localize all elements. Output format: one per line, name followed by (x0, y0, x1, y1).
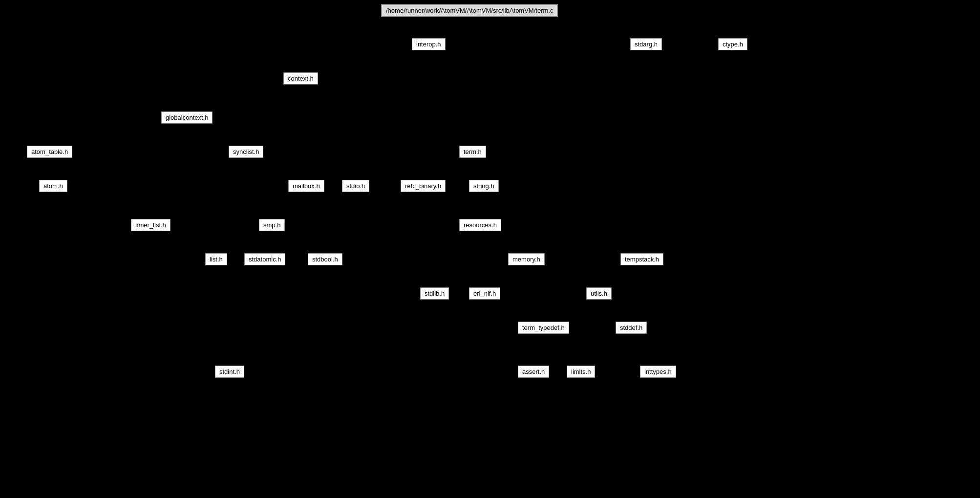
node-term_typedef_h: term_typedef.h (518, 322, 569, 334)
node-term_h: term.h (459, 146, 486, 158)
node-atom_h: atom.h (39, 180, 67, 192)
edge-term_h-stdbool_h (342, 152, 459, 260)
edge-stddef_h-inttypes_h (631, 334, 658, 366)
edge-term_c-stdarg_h (558, 11, 630, 44)
node-erl_nif_h: erl_nif.h (469, 287, 500, 300)
edge-term_typedef_h-assert_h (533, 334, 544, 366)
edge-erl_nif_h-term_typedef_h (500, 294, 518, 328)
edge-memory_h-utils_h (545, 260, 586, 294)
node-stdio_h: stdio.h (342, 180, 369, 192)
node-term_c: /home/runner/work/AtomVM/AtomVM/src/libA… (381, 4, 558, 17)
edge-term_h-tempstack_h (486, 152, 620, 260)
node-stdlib_h: stdlib.h (420, 287, 449, 300)
edge-erl_nif_h-stdint_h (244, 294, 469, 372)
node-interop_h: interop.h (412, 38, 446, 50)
edge-term_c-term_h (469, 17, 473, 146)
edge-context_h-term_h (318, 79, 459, 152)
edges-svg (0, 0, 980, 498)
edge-context_h-timer_list_h (170, 79, 283, 225)
node-utils_h: utils.h (586, 287, 612, 300)
edge-memory_h-term_typedef_h (527, 265, 544, 322)
node-stdarg_h: stdarg.h (630, 38, 662, 50)
edge-refc_binary_h-resources_h (446, 186, 459, 225)
node-assert_h: assert.h (518, 366, 549, 378)
node-context_h: context.h (283, 72, 318, 85)
edge-atom_h-stdint_h (53, 192, 230, 366)
node-string_h: string.h (469, 180, 499, 192)
edge-globalcontext_h-timer_list_h (151, 124, 187, 219)
edge-globalcontext_h-atom_table_h (72, 118, 161, 152)
node-globalcontext_h: globalcontext.h (161, 111, 213, 124)
node-stdint_h: stdint.h (215, 366, 244, 378)
node-smp_h: smp.h (259, 219, 285, 231)
edge-timer_list_h-list_h (170, 225, 205, 260)
node-stdbool_h: stdbool.h (308, 253, 342, 265)
edge-context_h-mailbox_h (301, 85, 307, 180)
edge-memory_h-erl_nif_h (500, 260, 508, 294)
node-inttypes_h: inttypes.h (640, 366, 676, 378)
edge-term_typedef_h-limits_h (544, 334, 581, 366)
edge-resources_h-memory_h (501, 225, 508, 260)
edge-term_c-context_h (318, 11, 381, 79)
node-refc_binary_h: refc_binary.h (401, 180, 446, 192)
node-atom_table_h: atom_table.h (27, 146, 72, 158)
node-memory_h: memory.h (508, 253, 545, 265)
graph-container: /home/runner/work/AtomVM/AtomVM/src/libA… (0, 0, 980, 498)
node-timer_list_h: timer_list.h (131, 219, 170, 231)
node-limits_h: limits.h (567, 366, 595, 378)
edge-synclist_h-list_h (216, 158, 246, 253)
node-resources_h: resources.h (459, 219, 501, 231)
edge-globalcontext_h-smp_h (187, 124, 272, 219)
node-list_h: list.h (205, 253, 227, 265)
node-tempstack_h: tempstack.h (620, 253, 663, 265)
edge-interop_h-term_h (429, 50, 473, 146)
edge-context_h-globalcontext_h (213, 79, 283, 118)
edge-atom_table_h-stdint_h (50, 158, 230, 366)
edge-term_typedef_h-stdint_h (244, 328, 518, 372)
edge-tempstack_h-utils_h (612, 260, 620, 294)
edge-utils_h-stddef_h (599, 300, 631, 322)
node-stddef_h: stddef.h (616, 322, 647, 334)
edge-resources_h-erl_nif_h (480, 231, 485, 287)
node-stdatomic_h: stdatomic.h (244, 253, 285, 265)
edge-globalcontext_h-synclist_h (213, 118, 229, 152)
node-synclist_h: synclist.h (229, 146, 263, 158)
edge-context_h-synclist_h (246, 85, 301, 146)
edge-smp_h-stdatomic_h (265, 231, 272, 253)
edge-refc_binary_h-list_h (227, 186, 401, 260)
node-ctype_h: ctype.h (718, 38, 747, 50)
node-mailbox_h: mailbox.h (288, 180, 324, 192)
